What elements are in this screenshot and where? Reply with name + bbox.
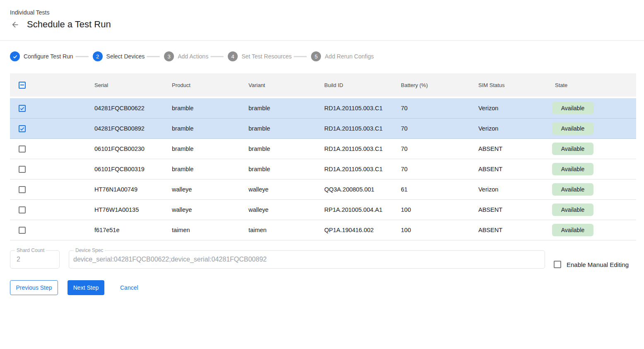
battery-cell: 100	[401, 227, 478, 233]
state-chip: Available	[552, 102, 593, 114]
battery-cell: 70	[401, 166, 478, 172]
back-button[interactable]	[10, 19, 20, 29]
step-number: 3	[164, 51, 174, 61]
product-cell: bramble	[172, 166, 248, 172]
step-5[interactable]: 5Add Rerun Configs	[311, 51, 374, 61]
table-row: f617e51etaimentaimenQP1A.190416.002100AB…	[10, 220, 636, 240]
step-4[interactable]: 4Set Test Resources	[228, 51, 292, 61]
form-row: Shard Count 2 Device Spec device_serial:…	[10, 250, 636, 269]
step-connector	[294, 56, 307, 57]
column-header-variant: Variant	[248, 82, 324, 88]
serial-cell: 06101FQCB00230	[94, 145, 172, 152]
step-number-text: 5	[315, 53, 318, 60]
step-3[interactable]: 3Add Actions	[164, 51, 208, 61]
product-cell: walleye	[172, 206, 248, 213]
sim-status-cell: ABSENT	[478, 166, 555, 172]
battery-cell: 61	[401, 186, 478, 193]
serial-cell: 06101FQCB00319	[94, 166, 172, 172]
device-spec-field[interactable]: Device Spec device_serial:04281FQCB00622…	[69, 250, 545, 269]
table-row: 06101FQCB00230bramblebrambleRD1A.201105.…	[10, 139, 636, 159]
build-id-cell: QP1A.190416.002	[324, 227, 401, 233]
select-all-checkbox[interactable]	[19, 82, 26, 89]
row-checkbox[interactable]	[19, 105, 26, 112]
row-checkbox[interactable]	[19, 125, 26, 132]
step-1[interactable]: Configure Test Run	[10, 51, 73, 61]
breadcrumb: Individual Tests	[10, 9, 634, 16]
device-spec-label: Device Spec	[74, 248, 105, 253]
arrow-back-icon	[11, 20, 19, 29]
row-checkbox[interactable]	[19, 227, 26, 234]
enable-manual-editing-checkbox[interactable]	[554, 261, 561, 268]
device-table: Serial Product Variant Build ID Battery …	[10, 73, 636, 240]
build-id-cell: RD1A.201105.003.C1	[324, 125, 401, 132]
battery-cell: 70	[401, 125, 478, 132]
previous-step-button[interactable]: Previous Step	[10, 280, 58, 295]
battery-cell: 70	[401, 145, 478, 152]
state-chip: Available	[552, 122, 593, 135]
battery-cell: 70	[401, 105, 478, 111]
table-body: 04281FQCB00622bramblebrambleRD1A.201105.…	[10, 98, 636, 240]
shard-count-value: 2	[10, 251, 59, 268]
shard-count-field[interactable]: Shard Count 2	[10, 250, 60, 269]
state-chip: Available	[552, 183, 593, 196]
state-chip: Available	[552, 143, 593, 155]
step-connector	[147, 56, 160, 57]
step-connector	[210, 56, 224, 57]
step-label: Add Rerun Configs	[325, 53, 374, 60]
sim-status-cell: Verizon	[478, 105, 555, 111]
table-row: 04281FQCB00622bramblebrambleRD1A.201105.…	[10, 98, 636, 119]
variant-cell: walleye	[248, 186, 324, 193]
action-buttons: Previous Step Next Step Cancel	[10, 280, 644, 295]
state-chip: Available	[552, 224, 593, 236]
sim-status-cell: ABSENT	[478, 206, 555, 213]
check-icon	[19, 106, 25, 111]
battery-cell: 100	[401, 206, 478, 213]
build-id-cell: RD1A.201105.003.C1	[324, 166, 401, 172]
step-label: Set Test Resources	[241, 53, 292, 60]
cancel-button[interactable]: Cancel	[120, 280, 138, 295]
state-chip: Available	[552, 204, 593, 216]
step-number-text: 4	[232, 53, 234, 60]
build-id-cell: QQ3A.200805.001	[324, 186, 401, 193]
sim-status-cell: ABSENT	[478, 227, 555, 233]
step-number: 2	[93, 51, 103, 61]
stepper: Configure Test Run2Select Devices3Add Ac…	[0, 41, 644, 61]
product-cell: walleye	[172, 186, 248, 193]
serial-cell: 04281FQCB00622	[94, 105, 172, 111]
column-header-build-id: Build ID	[324, 82, 401, 88]
page-header: Individual Tests Schedule a Test Run	[0, 0, 644, 41]
enable-manual-editing-label: Enable Manual Editing	[567, 261, 629, 268]
check-icon	[12, 54, 18, 59]
state-chip: Available	[552, 163, 593, 175]
step-number-text: 3	[168, 53, 171, 60]
table-row: HT76N1A00749walleyewalleyeQQ3A.200805.00…	[10, 179, 636, 200]
variant-cell: walleye	[248, 206, 324, 213]
build-id-cell: RD1A.201105.003.C1	[324, 145, 401, 152]
row-checkbox[interactable]	[19, 186, 26, 193]
build-id-cell: RD1A.201105.003.C1	[324, 105, 401, 111]
shard-count-label: Shard Count	[15, 248, 46, 253]
step-2[interactable]: 2Select Devices	[93, 51, 145, 61]
row-checkbox[interactable]	[19, 145, 26, 153]
step-label: Configure Test Run	[24, 53, 73, 60]
next-step-button[interactable]: Next Step	[68, 280, 104, 295]
serial-cell: f617e51e	[94, 227, 172, 233]
check-icon	[19, 126, 25, 131]
step-done-check-icon	[10, 51, 20, 61]
serial-cell: HT76N1A00749	[94, 186, 172, 193]
variant-cell: bramble	[248, 145, 324, 152]
sim-status-cell: Verizon	[478, 125, 555, 132]
step-number-text: 2	[96, 53, 99, 60]
product-cell: bramble	[172, 105, 248, 111]
page-title: Schedule a Test Run	[27, 19, 111, 30]
column-header-sim-status: SIM Status	[478, 82, 555, 88]
sim-status-cell: ABSENT	[478, 145, 555, 152]
step-connector	[75, 56, 89, 57]
row-checkbox[interactable]	[19, 206, 26, 213]
table-header-row: Serial Product Variant Build ID Battery …	[10, 73, 636, 97]
device-spec-value: device_serial:04281FQCB00622;device_seri…	[69, 251, 545, 268]
product-cell: bramble	[172, 125, 248, 132]
column-header-serial: Serial	[94, 82, 172, 88]
row-checkbox[interactable]	[19, 166, 26, 173]
variant-cell: taimen	[248, 227, 324, 233]
